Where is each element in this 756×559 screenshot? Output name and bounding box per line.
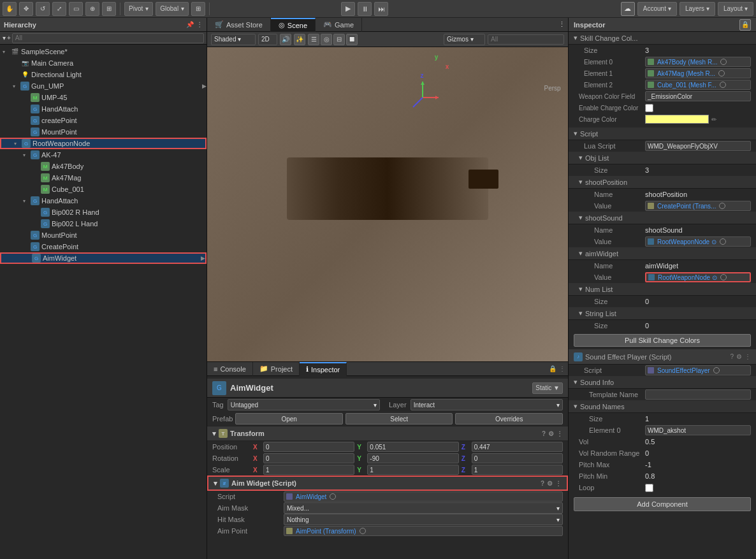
pos-z-input[interactable] [472, 442, 563, 452]
pull-skill-button[interactable]: Pull Skill Change Colors [574, 334, 751, 347]
hier-cube001[interactable]: M Cube_001 [0, 184, 207, 195]
hier-ak47mag[interactable]: M Ak47Mag [0, 172, 207, 184]
hier-dir-light[interactable]: 💡 Directional Light [0, 69, 207, 80]
elem0-circle[interactable] [720, 59, 727, 65]
layout-dropdown[interactable]: Layout▾ [718, 2, 753, 16]
menu-bottom[interactable]: ⋮ [559, 365, 565, 372]
template-name-field[interactable] [645, 389, 751, 400]
gizmos-dropdown[interactable]: Gizmos ▾ [444, 34, 485, 45]
cloud-icon[interactable]: ☁ [621, 2, 635, 16]
shoot-sound-circle[interactable] [720, 238, 726, 245]
tab-project[interactable]: 📁 Project [253, 362, 300, 376]
hierarchy-pin[interactable]: 📌 [186, 21, 194, 28]
option4[interactable]: 🔲 [346, 34, 358, 45]
hier-createpoint-2[interactable]: G CreatePoint [0, 241, 207, 252]
sound-settings[interactable]: ⚙ [736, 353, 742, 360]
scale-z-input[interactable] [472, 465, 563, 475]
elem2-ref[interactable]: Cube_001 (Mesh F... [645, 80, 751, 90]
hier-rootweapon[interactable]: ▾ G RootWeaponNode [0, 138, 207, 149]
hierarchy-add[interactable]: ▾ + [3, 34, 11, 41]
aim-widget-circle[interactable] [720, 274, 727, 280]
scene-search[interactable] [488, 34, 564, 45]
elem0-ref[interactable]: Ak47Body (Mesh R... [645, 57, 751, 67]
ref-circle[interactable] [330, 493, 336, 500]
option3[interactable]: ⊟ [333, 34, 345, 45]
overrides-btn[interactable]: Overrides [455, 413, 563, 425]
aim-widget-ref[interactable]: RootWeaponNode ⊙ [645, 272, 751, 282]
account-dropdown[interactable]: Account▾ [637, 2, 677, 16]
add-component-button[interactable]: Add Component [574, 497, 751, 511]
2d-toggle[interactable]: 2D [258, 34, 277, 45]
hier-bip-r[interactable]: G Bip002 R Hand [0, 207, 207, 218]
sound-help[interactable]: ? [730, 353, 734, 360]
shoot-sound-ref[interactable]: RootWeaponNode ⊙ [645, 236, 751, 247]
aim-point-circle[interactable] [360, 528, 366, 534]
aim-point-ref[interactable]: AimPoint (Transform) [284, 526, 563, 536]
tag-dropdown[interactable]: Untagged▾ [228, 399, 380, 410]
hier-main-camera[interactable]: 📷 Main Camera [0, 57, 207, 69]
hier-ump45[interactable]: M UMP-45 [0, 92, 207, 103]
hier-createpoint-1[interactable]: G createPoint [0, 115, 207, 126]
shading-dropdown[interactable]: Shaded ▾ [211, 34, 256, 45]
rect-tool[interactable]: ▭ [69, 2, 83, 16]
custom-tool[interactable]: ⊞ [102, 2, 116, 16]
sound-effect-header[interactable]: ♪ Sound Effect Player (Script) ? ⚙ ⋮ [569, 349, 756, 365]
hier-scene[interactable]: ▾ 🎬 SampleScene* [0, 46, 207, 57]
hier-ak47body[interactable]: M Ak47Body [0, 161, 207, 172]
transform-gizmo[interactable] [403, 78, 442, 117]
sound-script-ref[interactable]: SoundEffectPlayer [645, 365, 751, 375]
aim-widget-title[interactable]: ▾ aimWidget [569, 247, 756, 260]
rot-z-input[interactable] [472, 453, 563, 463]
rot-x-input[interactable] [263, 453, 354, 463]
pos-y-input[interactable] [367, 442, 458, 452]
num-list-title[interactable]: ▾ Num List [569, 283, 756, 296]
audio-icon[interactable]: 🔊 [280, 34, 291, 45]
transform-menu[interactable]: ⋮ [556, 430, 563, 437]
hit-mask-dropdown[interactable]: Nothing▾ [284, 514, 563, 525]
elem0-sound-field[interactable]: WMD_akshot [645, 425, 751, 435]
shoot-pos-title[interactable]: ▾ shootPosition [569, 176, 756, 189]
hier-mountpoint-2[interactable]: G MountPoint [0, 229, 207, 241]
grid-tool[interactable]: ⊞ [191, 2, 205, 16]
script-help[interactable]: ? [541, 480, 544, 487]
tab-game[interactable]: 🎮 Game [316, 18, 362, 32]
hier-handattach-1[interactable]: G HandAttach [0, 103, 207, 115]
hand-tool[interactable]: ✋ [3, 2, 17, 16]
elem1-circle[interactable] [718, 70, 725, 76]
layers-dropdown[interactable]: Layers▾ [680, 2, 715, 16]
elem2-circle[interactable] [720, 82, 726, 88]
color-eyedropper[interactable]: ✏ [711, 116, 716, 123]
obj-list-title[interactable]: ▾ Obj List [569, 152, 756, 164]
skill-change-title[interactable]: ▾ Skill Change Col... [569, 32, 756, 45]
pos-x-input[interactable] [263, 442, 354, 452]
scale-tool[interactable]: ⤢ [52, 2, 66, 16]
open-btn[interactable]: Open [235, 413, 343, 425]
shoot-sound-title[interactable]: ▾ shootSound [569, 212, 756, 224]
charge-color-swatch[interactable] [645, 115, 709, 124]
script-section-title[interactable]: ▾ Script [569, 127, 756, 140]
tab-console[interactable]: ≡ Console [207, 362, 253, 376]
hier-mountpoint-1[interactable]: G MountPoint [0, 126, 207, 138]
script-settings[interactable]: ⚙ [547, 480, 553, 487]
move-tool[interactable]: ✥ [19, 2, 33, 16]
weapon-color-field[interactable]: _EmissionColor [645, 91, 751, 101]
tab-scene[interactable]: ◎ Scene [271, 18, 316, 32]
scene-menu[interactable]: ⋮ [558, 20, 568, 29]
shoot-pos-ref[interactable]: CreatePoint (Trans... [645, 201, 751, 211]
transform-help[interactable]: ? [542, 430, 546, 437]
hier-gun-ump[interactable]: ▾ G Gun_UMP ▶ [0, 80, 207, 92]
pivot-dropdown[interactable]: Pivot▾ [124, 2, 153, 16]
tab-asset-store[interactable]: 🛒 Asset Store [207, 18, 271, 32]
inspector-lock-button[interactable]: 🔒 [739, 19, 751, 31]
static-badge[interactable]: Static ▼ [532, 382, 563, 394]
step-button[interactable]: ⏭ [374, 2, 388, 16]
transform-settings[interactable]: ⚙ [548, 430, 554, 437]
elem1-ref[interactable]: Ak47Mag (Mesh R... [645, 68, 751, 78]
hier-bip-l[interactable]: G Bip002 L Hand [0, 218, 207, 229]
lua-script-field[interactable]: WMD_WeaponFlyObjXV [645, 141, 751, 151]
hier-handattach-2[interactable]: ▾ G HandAttach [0, 195, 207, 207]
option2[interactable]: ◎ [321, 34, 332, 45]
script-value[interactable]: AimWidget [284, 491, 563, 502]
scale-y-input[interactable] [367, 465, 458, 475]
enable-charge-checkbox[interactable] [645, 104, 653, 112]
